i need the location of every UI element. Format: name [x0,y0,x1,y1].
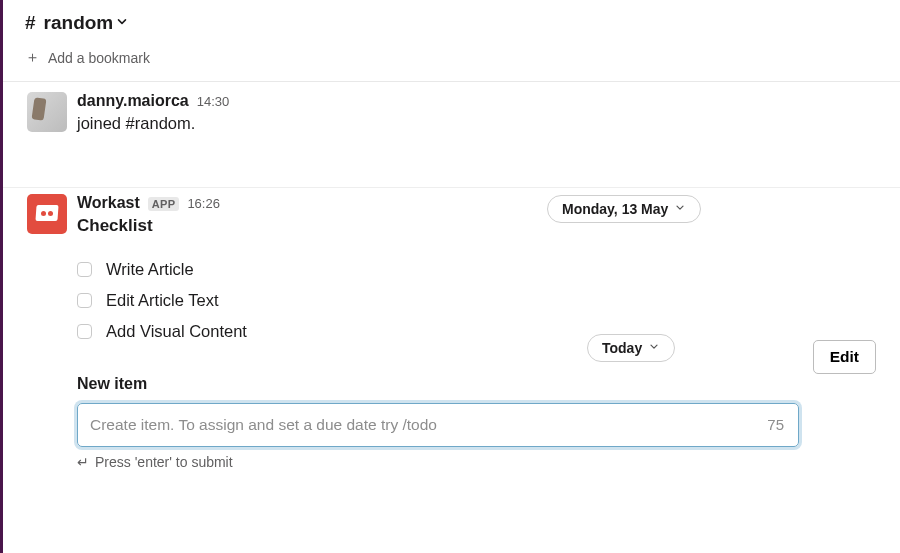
sender-name[interactable]: danny.maiorca [77,92,189,110]
avatar[interactable] [27,92,67,132]
checkbox[interactable] [77,324,92,339]
date-label: Monday, 13 May [562,201,668,217]
channel-name-text: random [44,12,114,34]
hash-icon: # [25,12,36,34]
chevron-down-icon [115,12,129,34]
new-item-label: New item [77,375,876,393]
message-timestamp: 16:26 [187,196,220,211]
list-item: Add Visual Content [77,316,876,347]
app-avatar[interactable] [27,194,67,234]
date-label: Today [602,340,642,356]
chevron-down-icon [648,340,660,356]
date-divider-pill[interactable]: Today [587,334,675,362]
app-badge: APP [148,197,180,211]
checklist-item-label: Edit Article Text [106,291,219,310]
message-text: joined #random. [77,111,876,136]
chevron-down-icon [674,201,686,217]
input-hint: ↵ Press 'enter' to submit [77,454,876,470]
add-bookmark-button[interactable]: ＋ Add a bookmark [25,48,150,67]
sender-name[interactable]: Workast [77,194,140,212]
channel-switcher[interactable]: # random [25,12,129,34]
message-row: Workast APP 16:26 Checklist Write Articl… [3,188,900,470]
enter-icon: ↵ [77,454,89,470]
list-item: Edit Article Text [77,285,876,316]
checklist: Write Article Edit Article Text Add Visu… [77,254,876,347]
message-row: danny.maiorca 14:30 joined #random. [3,82,900,144]
checklist-item-label: Add Visual Content [106,322,247,341]
list-item: Write Article [77,254,876,285]
hint-text: Press 'enter' to submit [95,454,233,470]
new-item-input-wrap: 75 [77,403,799,447]
checkbox[interactable] [77,293,92,308]
edit-button[interactable]: Edit [813,340,876,374]
date-divider-pill[interactable]: Monday, 13 May [547,195,701,223]
block-title: Checklist [77,216,876,236]
char-remaining: 75 [767,416,798,433]
add-bookmark-label: Add a bookmark [48,50,150,66]
checklist-item-label: Write Article [106,260,194,279]
new-item-input[interactable] [78,404,767,446]
plus-icon: ＋ [25,48,40,67]
checkbox[interactable] [77,262,92,277]
message-timestamp: 14:30 [197,94,230,109]
